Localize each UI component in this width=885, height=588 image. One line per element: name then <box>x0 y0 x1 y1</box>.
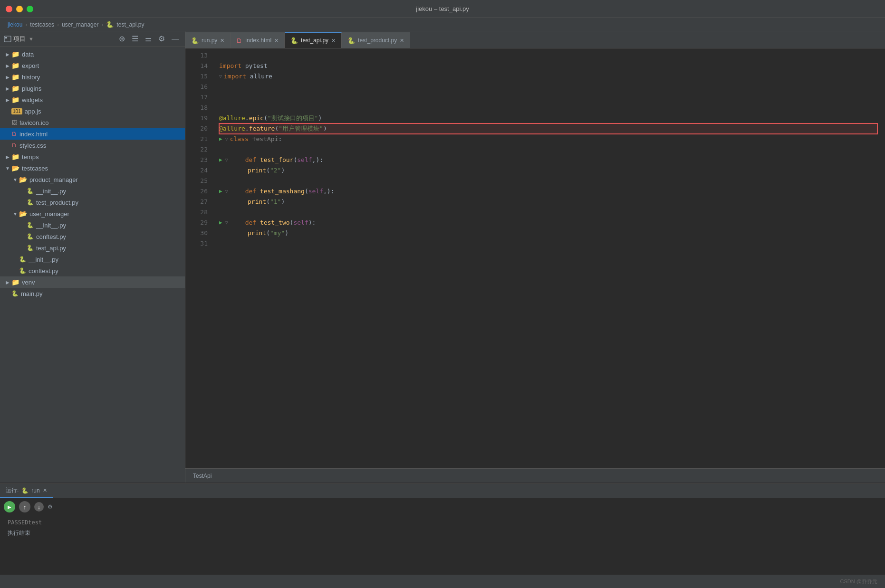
tab-indexhtml[interactable]: 🗋 index.html ✕ <box>231 32 285 48</box>
tree-item-testapi[interactable]: ▶ 🐍 test_api.py <box>0 242 185 254</box>
sidebar-collapse-button[interactable]: — <box>170 34 181 44</box>
str-feature: "用户管理模块" <box>279 123 323 134</box>
run-settings-icon[interactable]: ⚙ <box>48 503 53 510</box>
tree-label-widgets: widgets <box>22 96 43 104</box>
code-line-23: ▶ ▽ def test_four(self,): <box>219 155 877 165</box>
code-line-31 <box>219 238 877 249</box>
tab-testproductpy[interactable]: 🐍 test_product.py ✕ <box>342 32 410 48</box>
tree-arrow-plugins: ▶ <box>4 86 11 91</box>
bottom-tab-run[interactable]: 运行: 🐍 run ✕ <box>0 484 53 498</box>
sidebar-layout-button[interactable]: ☰ <box>130 33 140 44</box>
tree-item-export[interactable]: ▶ 📁 export <box>0 60 185 71</box>
tree-item-widgets[interactable]: ▶ 📁 widgets <box>0 94 185 105</box>
run-scroll-up-button[interactable]: ↑ <box>19 501 30 512</box>
breadcrumb-item-0[interactable]: jiekou <box>8 21 22 28</box>
run-arrow-23[interactable]: ▶ <box>219 155 222 165</box>
run-scroll-down-button[interactable]: ↓ <box>34 502 44 512</box>
tree-item-pm-init[interactable]: ▶ 🐍 __init__.py <box>0 185 185 197</box>
tree-item-tc-init[interactable]: ▶ 🐍 __init__.py <box>0 254 185 265</box>
tree-item-mainpy[interactable]: ▶ 🐍 main.py <box>0 288 185 299</box>
tab-runpy[interactable]: 🐍 run.py ✕ <box>185 32 231 48</box>
code-content[interactable]: import pytest ▽ import allure @allure.ep… <box>212 48 885 468</box>
run-arrow-29[interactable]: ▶ <box>219 218 222 228</box>
tree-item-favicon[interactable]: ▶ 🖼 favicon.ico <box>0 117 185 128</box>
tree-item-history[interactable]: ▶ 📁 history <box>0 71 185 83</box>
tree-label-mainpy: main.py <box>21 290 43 297</box>
tab-close-testapipy[interactable]: ✕ <box>331 38 336 44</box>
file-icon-indexhtml: 🗋 <box>11 131 17 137</box>
tab-close-testproductpy[interactable]: ✕ <box>400 38 404 44</box>
tree-item-productmanager[interactable]: ▼ 📂 product_manager <box>0 174 185 185</box>
plain-pytest: pytest <box>245 61 268 71</box>
tree-label-productmanager: product_manager <box>29 176 78 183</box>
str-print-30: "my" <box>270 228 285 238</box>
code-line-17 <box>219 92 877 103</box>
code-line-25 <box>219 176 877 186</box>
watermark-text: CSDN @乔乔元 <box>840 578 877 585</box>
breadcrumb-sep-0: › <box>25 21 27 28</box>
tree-item-usermanager[interactable]: ▼ 📂 user_manager <box>0 208 185 219</box>
fn-epic: epic <box>249 113 264 123</box>
tree-label-export: export <box>22 62 39 69</box>
run-close[interactable]: ✕ <box>43 487 47 493</box>
tree-item-data[interactable]: ▶ 📁 data <box>0 48 185 60</box>
tree-label-tc-init: __init__.py <box>29 256 58 263</box>
sidebar-dropdown-arrow[interactable]: ▼ <box>29 36 34 42</box>
code-line-19: @allure.epic("测试接口的项目") <box>219 113 877 123</box>
breadcrumb-item-2[interactable]: user_manager <box>62 21 98 28</box>
fn-testtwo: test_two <box>260 218 290 228</box>
statusbar-classname: TestApi <box>193 473 212 479</box>
maximize-button[interactable] <box>27 6 33 12</box>
breadcrumb-item-1[interactable]: testcases <box>30 21 54 28</box>
svg-rect-1 <box>5 37 7 38</box>
tree-item-testproduct[interactable]: ▶ 🐍 test_product.py <box>0 197 185 208</box>
tree-item-stylescss[interactable]: ▶ 🗋 styles.css <box>0 140 185 151</box>
fold-marker-23[interactable]: ▽ <box>225 155 228 165</box>
fold-marker-26[interactable]: ▽ <box>225 186 228 197</box>
run-arrow-26[interactable]: ▶ <box>219 186 222 197</box>
tree-item-venv[interactable]: ▶ 📁 venv <box>0 276 185 288</box>
window-controls[interactable] <box>6 6 33 12</box>
run-play-button[interactable]: ▶ <box>4 501 15 512</box>
sidebar-add-button[interactable]: ⊕ <box>117 33 127 44</box>
minimize-button[interactable] <box>16 6 23 12</box>
bottom-statusbar: CSDN @乔乔元 <box>0 575 885 588</box>
plain-allure: allure <box>250 71 272 82</box>
fold-marker-21[interactable]: ▽ <box>225 134 228 144</box>
fold-marker-15[interactable]: ▽ <box>219 71 222 82</box>
tree-item-tc-conftest[interactable]: ▶ 🐍 conftest.py <box>0 265 185 276</box>
decorator-epic: @allure <box>219 113 245 123</box>
tree-item-indexhtml[interactable]: ▶ 🗋 index.html <box>0 128 185 140</box>
file-icon-pm-init: 🐍 <box>27 188 34 194</box>
sidebar-settings-button[interactable]: ⚙ <box>156 33 167 44</box>
sidebar: 项目 ▼ ⊕ ☰ ⚌ ⚙ — ▶ 📁 data ▶ 📁 export <box>0 31 185 483</box>
tab-close-runpy[interactable]: ✕ <box>220 38 224 44</box>
run-label: 运行: <box>6 486 19 494</box>
fold-marker-29[interactable]: ▽ <box>225 218 228 228</box>
tree-item-um-init[interactable]: ▶ 🐍 __init__.py <box>0 219 185 231</box>
tree-item-um-conftest[interactable]: ▶ 🐍 conftest.py <box>0 231 185 242</box>
tree-label-um-conftest: conftest.py <box>36 233 66 240</box>
tab-label-runpy: run.py <box>202 37 217 44</box>
tab-testapipy[interactable]: 🐍 test_api.py ✕ <box>285 32 342 48</box>
tree-arrow-data: ▶ <box>4 52 11 57</box>
file-icon-um-conftest: 🐍 <box>27 233 34 240</box>
file-icon-mainpy: 🐍 <box>11 290 19 297</box>
tree-item-appjs[interactable]: ▶ 101 app.js <box>0 105 185 117</box>
sidebar-layout2-button[interactable]: ⚌ <box>143 33 154 44</box>
tree-arrow-history: ▶ <box>4 75 11 80</box>
breadcrumb-item-3[interactable]: test_api.py <box>116 21 144 28</box>
close-button[interactable] <box>6 6 12 12</box>
bottom-tabs: 运行: 🐍 run ✕ <box>0 484 885 498</box>
tab-close-indexhtml[interactable]: ✕ <box>274 38 279 44</box>
fn-print-30: print <box>248 228 266 238</box>
tree-item-temps[interactable]: ▶ 📁 temps <box>0 151 185 162</box>
run-arrow-21[interactable]: ▶ <box>219 134 222 144</box>
tree-item-plugins[interactable]: ▶ 📁 plugins <box>0 83 185 94</box>
tree-item-testcases[interactable]: ▼ 📂 testcases <box>0 162 185 174</box>
tree-label-history: history <box>22 74 40 81</box>
decorator-feature: @allure <box>219 123 245 134</box>
tab-label-testproductpy: test_product.py <box>358 37 397 44</box>
breadcrumb-sep-2: › <box>101 21 103 28</box>
param-self-29: self <box>293 218 308 228</box>
